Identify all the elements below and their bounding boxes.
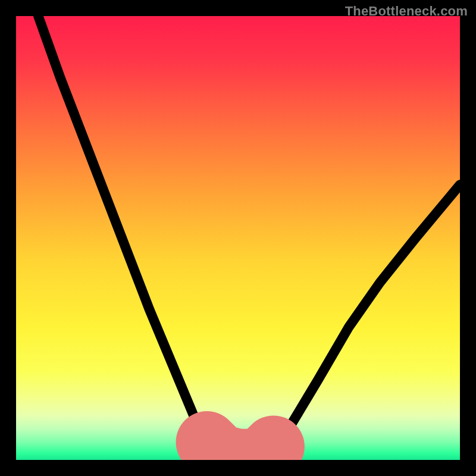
accent-right-dot xyxy=(276,428,285,437)
accent-right-seg xyxy=(265,447,274,456)
plot-background xyxy=(16,16,460,460)
bottleneck-chart xyxy=(16,16,460,460)
chart-frame: TheBottleneck.com xyxy=(0,0,476,476)
